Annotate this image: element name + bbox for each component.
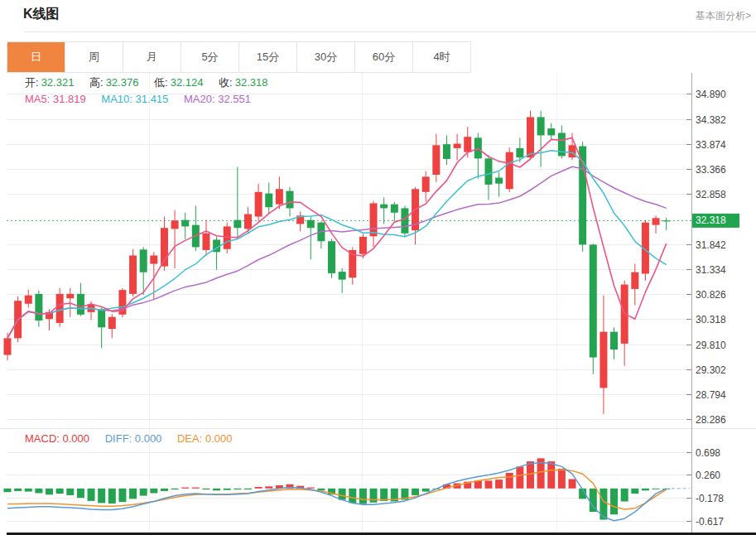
ma5-value: 31.819 [53, 93, 86, 105]
ma10-value: 31.415 [136, 93, 169, 105]
diff-value: 0.000 [135, 432, 162, 445]
svg-text:31.334: 31.334 [696, 264, 726, 276]
svg-text:33.874: 33.874 [696, 139, 726, 151]
svg-text:32.318: 32.318 [696, 214, 726, 226]
ma10-readout: MA10: 31.415 [101, 93, 168, 105]
svg-text:33.366: 33.366 [696, 164, 726, 176]
ma20-readout: MA20: 32.551 [184, 93, 251, 105]
svg-text:-0.617: -0.617 [696, 516, 724, 528]
ohlc-low: 低:32.124 [154, 76, 203, 89]
svg-text:34.890: 34.890 [696, 89, 726, 100]
tab-60min[interactable]: 60分 [354, 42, 412, 72]
ohlc-high-value: 32.376 [106, 76, 139, 89]
tab-weekly[interactable]: 周 [65, 42, 123, 72]
fundamental-analysis-link[interactable]: 基本面分析> [696, 9, 751, 23]
interval-tabbar: 日 周 月 5分 15分 30分 60分 4时 [7, 41, 471, 73]
ma10-label: MA10: [101, 93, 132, 105]
svg-text:29.810: 29.810 [696, 340, 726, 351]
kline-page: 34.89034.38233.87433.36632.85831.84231.3… [0, 0, 756, 535]
ohlc-high-label: 高: [89, 76, 104, 89]
ohlc-low-value: 32.124 [171, 76, 204, 89]
svg-text:31.842: 31.842 [696, 239, 726, 251]
svg-text:30.318: 30.318 [696, 314, 726, 325]
macd-label: MACD: [25, 432, 60, 445]
dea-label: DEA: [177, 432, 202, 445]
tab-5min[interactable]: 5分 [181, 42, 238, 72]
ma5-label: MA5: [25, 93, 50, 105]
ma20-label: MA20: [184, 93, 215, 105]
ohlc-open: 开:32.321 [25, 76, 74, 89]
svg-text:28.794: 28.794 [696, 389, 726, 401]
diff-label: DIFF: [105, 432, 132, 445]
svg-text:30.826: 30.826 [696, 289, 726, 301]
tab-15min[interactable]: 15分 [238, 42, 296, 72]
svg-text:28.286: 28.286 [696, 414, 726, 426]
ohlc-close-label: 收: [219, 76, 233, 89]
dea-readout: DEA: 0.000 [177, 432, 233, 445]
macd-readout: MACD: 0.000 [25, 432, 89, 445]
svg-text:0.698: 0.698 [696, 447, 720, 459]
ohlc-close-value: 32.318 [235, 76, 268, 89]
tab-30min[interactable]: 30分 [296, 42, 354, 72]
svg-text:-0.178: -0.178 [696, 493, 724, 504]
header-divider [23, 31, 756, 32]
dea-value: 0.000 [205, 432, 233, 445]
ohlc-high: 高:32.376 [89, 76, 138, 89]
ohlc-open-value: 32.321 [41, 76, 75, 89]
tab-daily[interactable]: 日 [7, 42, 65, 72]
macd-readout-row: MACD: 0.000 DIFF: 0.000 DEA: 0.000 [25, 432, 245, 445]
svg-text:0.260: 0.260 [696, 470, 720, 481]
ma20-value: 32.551 [218, 93, 251, 105]
svg-text:34.382: 34.382 [696, 114, 726, 126]
svg-text:32.858: 32.858 [696, 189, 726, 200]
ohlc-row: 开:32.321 高:32.376 低:32.124 收:32.318 [25, 75, 280, 90]
ohlc-close: 收:32.318 [219, 76, 267, 89]
diff-readout: DIFF: 0.000 [105, 432, 162, 445]
ohlc-low-label: 低: [154, 76, 168, 89]
ma-row: MA5: 31.819 MA10: 31.415 MA20: 32.551 [25, 93, 263, 105]
page-title: K线图 [23, 6, 60, 23]
tab-monthly[interactable]: 月 [123, 42, 181, 72]
ohlc-open-label: 开: [25, 76, 39, 89]
macd-value: 0.000 [63, 432, 90, 445]
tab-4hour[interactable]: 4时 [412, 42, 470, 72]
svg-text:29.302: 29.302 [696, 364, 726, 376]
ma5-readout: MA5: 31.819 [25, 93, 86, 105]
